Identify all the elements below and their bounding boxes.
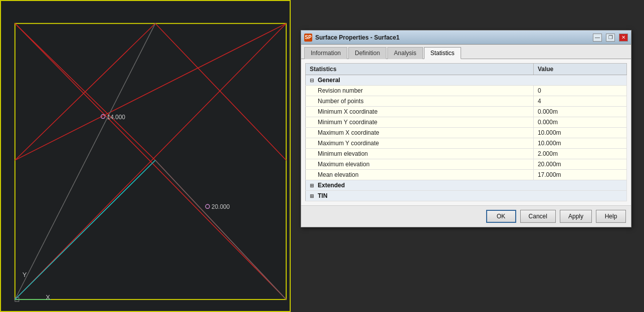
svg-text:14.000: 14.000 <box>107 114 126 121</box>
section-header[interactable]: ⊟General <box>306 75 627 86</box>
stat-value: 0.000m <box>533 107 626 117</box>
tab-analysis[interactable]: Analysis <box>387 47 423 59</box>
collapse-icon[interactable]: ⊟ <box>310 78 316 83</box>
table-row: Revision number0 <box>306 86 627 96</box>
apply-button[interactable]: Apply <box>560 210 592 223</box>
stat-label: Mean elevation <box>306 170 534 180</box>
stat-label: Minimum Y coordinate <box>306 117 534 128</box>
table-row: Mean elevation17.000m <box>306 170 627 180</box>
stat-label: Minimum X coordinate <box>306 107 534 117</box>
ok-button[interactable]: OK <box>486 210 516 223</box>
surface-properties-dialog: SP Surface Properties - Surface1 — ❐ ✕ I… <box>301 30 631 227</box>
help-button[interactable]: Help <box>596 210 626 223</box>
svg-text:X: X <box>46 293 50 301</box>
dialog-body: Statistics Value ⊟GeneralRevision number… <box>301 59 631 205</box>
stat-label: Maximum elevation <box>306 159 534 170</box>
stat-value: 2.000m <box>533 149 626 159</box>
stat-label: Maximum Y coordinate <box>306 138 534 149</box>
tab-definition[interactable]: Definition <box>348 47 386 59</box>
stat-value: 4 <box>533 96 626 107</box>
dialog-footer: OK Cancel Apply Help <box>301 205 631 227</box>
svg-text:20.000: 20.000 <box>211 203 230 210</box>
minimize-button[interactable]: — <box>593 34 602 42</box>
stat-label: Minimum elevation <box>306 149 534 159</box>
table-row: Number of points4 <box>306 96 627 107</box>
dialog-area: SP Surface Properties - Surface1 — ❐ ✕ I… <box>291 0 644 312</box>
expand-icon[interactable]: ⊞ <box>310 183 316 188</box>
statistics-table: Statistics Value ⊟GeneralRevision number… <box>305 63 627 201</box>
cancel-button[interactable]: Cancel <box>520 210 556 223</box>
stat-value: 20.000m <box>533 159 626 170</box>
col-statistics: Statistics <box>306 64 534 75</box>
close-button[interactable]: ✕ <box>619 34 628 42</box>
restore-button[interactable]: ❐ <box>606 34 615 42</box>
cad-canvas: 14.000 20.000 Y X <box>0 0 291 312</box>
stat-value: 0.000m <box>533 117 626 128</box>
table-row: Maximum X coordinate10.000m <box>306 128 627 138</box>
section-header[interactable]: ⊞TIN <box>306 191 627 201</box>
dialog-titlebar: SP Surface Properties - Surface1 — ❐ ✕ <box>301 31 631 45</box>
table-row: Minimum Y coordinate0.000m <box>306 117 627 128</box>
tab-statistics[interactable]: Statistics <box>424 47 461 59</box>
stat-value: 10.000m <box>533 128 626 138</box>
dialog-title: Surface Properties - Surface1 <box>315 34 589 41</box>
table-row: Minimum elevation2.000m <box>306 149 627 159</box>
stat-label: Maximum X coordinate <box>306 128 534 138</box>
stat-value: 17.000m <box>533 170 626 180</box>
stat-value: 0 <box>533 86 626 96</box>
tab-information[interactable]: Information <box>304 47 347 59</box>
stat-label: Revision number <box>306 86 534 96</box>
dialog-icon: SP <box>304 34 312 42</box>
svg-text:Y: Y <box>23 271 27 278</box>
table-row: Maximum Y coordinate10.000m <box>306 138 627 149</box>
col-value: Value <box>533 64 626 75</box>
expand-icon[interactable]: ⊞ <box>310 193 316 199</box>
table-row: Minimum X coordinate0.000m <box>306 107 627 117</box>
section-header[interactable]: ⊞Extended <box>306 180 627 191</box>
dialog-tabs: Information Definition Analysis Statisti… <box>301 45 631 59</box>
table-row: Maximum elevation20.000m <box>306 159 627 170</box>
stat-value: 10.000m <box>533 138 626 149</box>
stat-label: Number of points <box>306 96 534 107</box>
